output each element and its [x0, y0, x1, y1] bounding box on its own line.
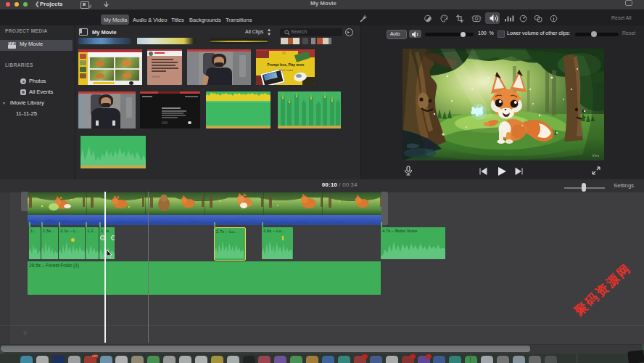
svg-text:Veo: Veo: [592, 153, 600, 158]
